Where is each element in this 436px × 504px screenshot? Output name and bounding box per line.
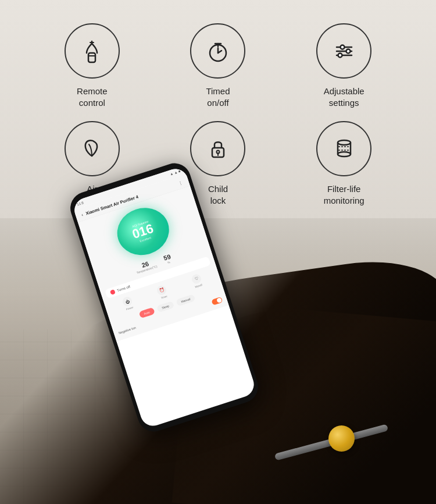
feature-filter-life: Filter-life monitoring [284, 121, 404, 207]
leaf-icon [78, 135, 105, 162]
features-grid: Remote control Timed on/off [20, 17, 416, 212]
timed-onoff-label: Timed on/off [206, 86, 230, 109]
mode-auto-label: Auto [144, 310, 151, 315]
air-quality-icon-circle [65, 121, 120, 176]
favorite-label: Myself [195, 283, 203, 289]
svg-point-19 [338, 140, 351, 145]
bike-bell [328, 425, 355, 452]
timer-text: Turns off [117, 285, 131, 292]
remote-icon [78, 38, 105, 65]
timer-button[interactable]: ⏰ Timer [156, 285, 169, 300]
child-lock-icon-circle [190, 121, 245, 176]
filter-icon [331, 135, 358, 162]
timer-icon [205, 38, 231, 65]
aqi-bubble: AQI Superior 016 Excellent [111, 201, 175, 262]
timer-dot [110, 289, 116, 295]
svg-rect-0 [88, 53, 95, 62]
filter-icon-circle [316, 121, 371, 176]
humidity-stat: 59 % [163, 253, 173, 265]
settings-icon-circle [316, 23, 371, 79]
remote-control-label: Remote control [77, 86, 108, 109]
mode-manual[interactable]: Manual [176, 294, 196, 306]
feature-remote-control: Remote control [32, 23, 152, 109]
remote-control-icon-circle [65, 23, 120, 79]
menu-icon[interactable]: ⋮ [178, 180, 183, 186]
negative-ion-label: Negative Ion [118, 326, 136, 335]
settings-icon [331, 38, 358, 65]
timer-label: Timer [160, 294, 167, 299]
svg-point-20 [338, 152, 351, 157]
features-section: Remote control Timed on/off [0, 0, 436, 218]
feature-adjustable-settings: Adjustable settings [284, 23, 404, 109]
filter-life-label: Filter-life monitoring [324, 183, 364, 207]
power-label: Power [126, 306, 134, 311]
timed-icon-circle [190, 23, 245, 79]
status-time: 11:8 [76, 201, 84, 206]
lock-icon [205, 135, 231, 162]
toggle-thumb [216, 297, 222, 303]
feature-timed-onoff: Timed on/off [158, 23, 278, 109]
adjustable-settings-label: Adjustable settings [324, 86, 364, 109]
child-lock-label: Child lock [208, 183, 228, 207]
negative-ion-toggle[interactable] [211, 297, 223, 306]
mode-auto[interactable]: Auto [138, 307, 155, 319]
back-arrow-icon[interactable]: ‹ [81, 212, 84, 217]
mode-sleep-label: Sleep [162, 304, 170, 310]
temperature-stat: 26 Temperature(°C) [134, 258, 158, 275]
svg-point-14 [346, 49, 350, 53]
mode-sleep[interactable]: Sleep [156, 301, 174, 313]
svg-point-13 [340, 45, 344, 49]
favorite-button[interactable]: ♡ Myself [191, 273, 203, 289]
power-button[interactable]: ⏻ Power [121, 296, 134, 311]
mode-manual-label: Manual [181, 297, 191, 303]
svg-point-15 [338, 53, 342, 57]
